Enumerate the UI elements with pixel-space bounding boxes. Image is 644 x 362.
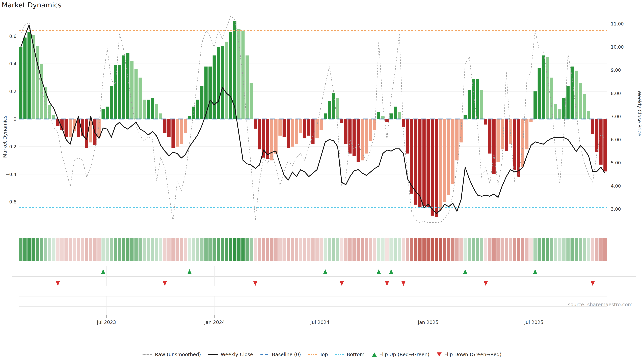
heatmap-cell [406,238,409,261]
flip-down-marker-icon [56,281,60,286]
heatmap-cell [147,238,150,261]
heatmap-cell [344,238,348,261]
dynamics-bar [406,119,409,153]
chart-canvas: 0.60.40.20−0.2−0.4−0.611.0010.009.008.00… [0,0,644,362]
heatmap-cell [431,238,434,261]
flip-down-marker-icon [590,281,595,286]
heatmap-cell [373,238,376,261]
heatmap-cell [538,238,541,261]
dynamics-bar [312,119,314,144]
heatmap-cell [81,238,84,261]
heatmap-cell [398,238,401,261]
dynamics-bar [410,119,413,194]
baseline-swatch-icon [260,354,269,355]
dynamics-bar [114,65,117,119]
dynamics-bar [542,55,545,119]
heatmap-cell [40,238,43,261]
dynamics-bar [282,119,286,137]
heatmap-cell [386,238,389,261]
heatmap-cell [492,238,496,261]
dynamics-bar [295,119,298,144]
dynamics-bar [604,119,606,171]
dynamics-bar [64,119,68,137]
heatmap-cell [122,238,126,261]
heatmap-cell [320,238,323,261]
dynamics-bar [229,32,232,119]
dynamics-bar [455,119,458,160]
dynamics-bar [324,113,327,119]
heatmap-cell [451,238,454,261]
left-axis-tick: 0.6 [9,34,16,39]
dynamics-bar [505,119,508,151]
dynamics-bar [426,119,430,207]
flip-down-marker-icon [340,281,344,286]
dynamics-bar [225,42,228,119]
flip-down-triangle-icon [437,353,442,357]
dynamics-bar [394,107,397,119]
dynamics-bar [513,119,516,170]
heatmap-cell [558,238,562,261]
heatmap-cell [167,238,171,261]
x-axis-tick-label: Jul 2025 [524,320,544,325]
legend-label-top: Top [320,352,328,357]
left-axis-tick: −0.6 [5,199,16,204]
right-axis-tick: 10.00 [611,44,624,50]
dynamics-bar [369,119,372,141]
heatmap-cell [299,238,302,261]
heatmap-cell [204,238,208,261]
heatmap-cell [48,238,51,261]
dynamics-bar [19,47,22,119]
flip-up-marker-icon [533,269,537,274]
right-axis-tick: 5.00 [611,160,621,165]
close-line-swatch-icon [208,354,218,355]
legend-item-flip-down: Flip Down (Green→Red) [437,352,502,357]
heatmap-cell [513,238,516,261]
dynamics-bar [517,119,520,177]
dynamics-bar [163,119,166,133]
dynamics-bar [307,119,310,136]
heatmap-cell [229,238,232,261]
left-axis-tick: −0.2 [5,144,16,149]
flip-up-marker-icon [187,269,192,274]
dynamics-bar [246,55,249,119]
heatmap-cell [36,238,39,261]
heatmap-cell [89,238,92,261]
heatmap-cell [426,238,430,261]
heatmap-cell [85,238,88,261]
flip-down-marker-icon [385,281,389,286]
dynamics-bar [241,31,244,119]
flip-up-triangle-icon [372,353,377,357]
heatmap-cell [270,238,274,261]
heatmap-cell [98,238,101,261]
dynamics-bar [143,100,146,119]
heatmap-cell [324,238,327,261]
dynamics-bar [472,79,475,119]
heatmap-cell [476,238,479,261]
right-axis-tick: 8.00 [611,91,621,96]
dynamics-bar [159,113,162,119]
heatmap-cell [93,238,96,261]
dynamics-bar [192,107,195,119]
heatmap-cell [500,238,504,261]
dynamics-bar [534,91,537,119]
dynamics-bar [390,113,393,119]
dynamics-bar [40,64,43,119]
dynamics-bar [208,66,212,119]
dynamics-bar [138,78,142,119]
dynamics-bar [579,83,582,119]
x-axis-tick-label: Jan 2024 [204,320,225,325]
dynamics-bar [447,119,450,195]
heatmap-cell [356,238,360,261]
heatmap-cell [488,238,492,261]
right-axis-tick: 3.00 [611,206,621,212]
heatmap-cell [52,238,56,261]
dynamics-bar [48,105,51,119]
heatmap-cell [176,238,179,261]
dynamics-bar [439,119,442,210]
dynamics-bar [274,119,278,153]
dynamics-bar [361,119,364,160]
heatmap-cell [274,238,278,261]
flip-up-marker-icon [377,269,381,274]
dynamics-bar [600,119,602,165]
dynamics-bar [402,119,405,127]
